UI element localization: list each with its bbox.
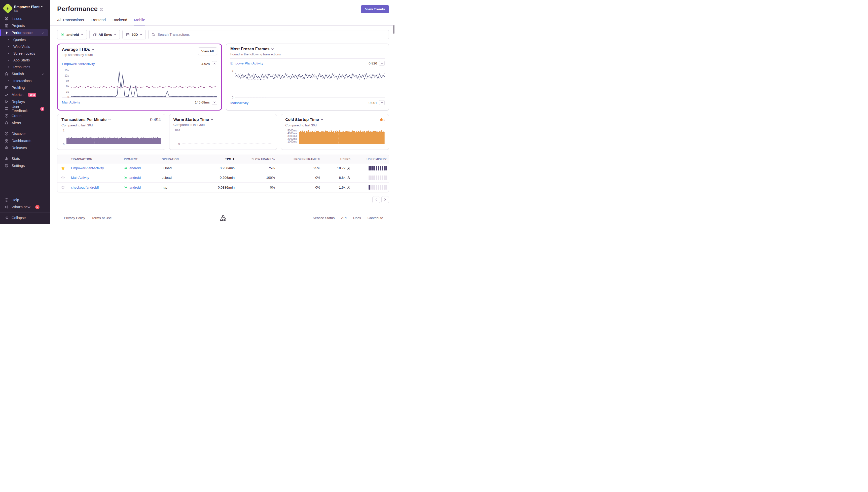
sidebar-item-resources[interactable]: Resources — [0, 64, 48, 70]
column-header[interactable]: TRANSACTION — [69, 157, 121, 161]
collapse-series-button[interactable] — [212, 61, 217, 66]
sort-descending-icon — [232, 157, 235, 161]
project-link[interactable]: android — [129, 166, 141, 170]
terms-of-use-link[interactable]: Terms of Use — [92, 216, 112, 220]
tab-all-transactions[interactable]: All Transactions — [57, 18, 84, 25]
sidebar-item-label: Metrics — [11, 93, 23, 97]
sidebar-item-replays[interactable]: Replays — [0, 98, 48, 105]
sidebar-item-label: App Starts — [14, 58, 30, 62]
date-range-filter[interactable]: 30D — [122, 30, 146, 39]
api-link[interactable]: API — [341, 216, 347, 220]
help-icon[interactable] — [100, 7, 103, 11]
sidebar-item-projects[interactable]: Projects — [0, 22, 48, 29]
docs-link[interactable]: Docs — [353, 216, 361, 220]
beta-badge: beta — [28, 93, 36, 97]
column-header[interactable]: OPERATION — [159, 157, 202, 161]
collapse-series-button[interactable] — [379, 61, 385, 66]
star-icon — [61, 176, 65, 180]
previous-page-button[interactable] — [372, 196, 380, 203]
column-header[interactable]: USER MISERY — [353, 157, 389, 161]
project-link[interactable]: android — [129, 186, 141, 189]
ttid-line-chart — [71, 69, 217, 97]
sidebar-item-releases[interactable]: Releases — [0, 144, 48, 151]
users-count: 1.6k — [339, 186, 346, 189]
sidebar-item-discover[interactable]: Discover — [0, 130, 48, 137]
sidebar-item-performance[interactable]: Performance — [0, 29, 48, 36]
sidebar-item-queries[interactable]: Queries — [0, 36, 48, 43]
sidebar-item-profiling[interactable]: Profiling — [0, 84, 48, 91]
sidebar-item-app-starts[interactable]: App Starts — [0, 57, 48, 64]
transaction-link[interactable]: MainActivity — [62, 100, 80, 104]
privacy-policy-link[interactable]: Privacy Policy — [64, 216, 85, 220]
tab-backend[interactable]: Backend — [112, 18, 127, 25]
column-header-sorted[interactable]: TPM — [202, 157, 237, 161]
bar-chart-icon — [4, 156, 9, 161]
transaction-link[interactable]: MainActivity — [230, 101, 249, 105]
sidebar-item-dashboards[interactable]: Dashboards — [0, 137, 48, 144]
org-switcher[interactable]: Empower Plant Nar — [0, 3, 50, 15]
star-toggle[interactable] — [61, 166, 65, 170]
sidebar-item-metrics[interactable]: Metricsbeta — [0, 91, 48, 98]
sidebar-item-label: Interactions — [14, 79, 31, 83]
column-header[interactable]: FROZEN FRAME % — [277, 157, 323, 161]
bullet-icon — [8, 46, 9, 47]
widget-title-dropdown[interactable]: Most Frozen Frames — [230, 47, 281, 51]
contribute-link[interactable]: Contribute — [367, 216, 383, 220]
android-icon — [124, 186, 128, 189]
sidebar-item-help[interactable]: Help — [0, 196, 48, 203]
transaction-link[interactable]: EmpowerPlantActivity — [230, 62, 263, 65]
sidebar-item-screen-loads[interactable]: Screen Loads — [0, 50, 48, 57]
scrollbar-thumb[interactable] — [393, 25, 394, 34]
sidebar-item-crons[interactable]: Crons — [0, 112, 48, 119]
widget-title: Most Frozen Frames — [230, 47, 270, 51]
sidebar-item-label: Discover — [11, 132, 26, 136]
tab-frontend[interactable]: Frontend — [91, 18, 106, 25]
sidebar-item-web-vitals[interactable]: Web Vitals — [0, 43, 48, 50]
search-icon — [152, 33, 155, 36]
bullet-icon — [8, 80, 9, 81]
widget-title-dropdown[interactable]: Transactions Per Minute — [61, 117, 111, 122]
expand-series-button[interactable] — [379, 100, 385, 105]
project-filter[interactable]: android — [57, 30, 87, 39]
column-header[interactable]: PROJECT — [121, 157, 159, 161]
transaction-link[interactable]: MainActivity — [71, 176, 89, 179]
view-all-button[interactable]: View All — [198, 47, 217, 55]
sidebar-item-alerts[interactable]: Alerts — [0, 119, 48, 126]
widget-title-dropdown[interactable]: Warm Startup Time — [174, 117, 213, 122]
user-icon — [347, 186, 351, 189]
transaction-link[interactable]: EmpowerPlantActivity — [62, 62, 95, 66]
chevron-up-icon — [42, 31, 44, 35]
sidebar-item-label: Collapse — [11, 216, 26, 220]
column-header[interactable]: USERS — [323, 157, 353, 161]
sidebar-item-interactions[interactable]: Interactions — [0, 77, 48, 84]
sidebar-item-starfish[interactable]: Starfish — [0, 70, 48, 77]
widget-title-dropdown[interactable]: Cold Startup Time — [285, 117, 323, 122]
sidebar-item-label: Issues — [11, 17, 22, 21]
expand-series-button[interactable] — [212, 100, 217, 105]
sidebar-collapse-button[interactable]: Collapse — [0, 214, 48, 221]
view-trends-button[interactable]: View Trends — [361, 5, 389, 13]
star-toggle[interactable] — [61, 176, 65, 180]
sidebar-item-user-feedback[interactable]: User Feedback8 — [0, 105, 48, 112]
chevron-down-icon — [92, 49, 94, 50]
next-page-button[interactable] — [381, 196, 389, 203]
star-toggle[interactable] — [61, 185, 65, 189]
sidebar-item-issues[interactable]: Issues — [0, 15, 48, 22]
profiling-icon — [4, 85, 9, 90]
transactions-table: TRANSACTION PROJECT OPERATION TPM SLOW F… — [57, 155, 389, 192]
transaction-link[interactable]: checkout [android] — [71, 186, 99, 189]
widget-title-dropdown[interactable]: Average TTIDs — [62, 47, 94, 52]
column-header[interactable]: SLOW FRAME % — [237, 157, 277, 161]
sidebar-item-whats-new[interactable]: What's new5 — [0, 203, 48, 211]
project-link[interactable]: android — [129, 176, 141, 179]
sidebar-item-label: Alerts — [11, 121, 21, 125]
tab-mobile[interactable]: Mobile — [134, 18, 145, 25]
sentry-logo[interactable] — [220, 215, 227, 221]
table-row: EmpowerPlantActivity android ui.load 0.2… — [57, 164, 389, 173]
environment-filter[interactable]: All Envs — [90, 30, 120, 39]
transaction-link[interactable]: EmpowerPlantActivity — [71, 166, 104, 170]
sidebar-item-stats[interactable]: Stats — [0, 155, 48, 162]
search-transactions-input[interactable] — [158, 32, 386, 36]
service-status-link[interactable]: Service Status — [313, 216, 335, 220]
sidebar-item-settings[interactable]: Settings — [0, 162, 48, 169]
